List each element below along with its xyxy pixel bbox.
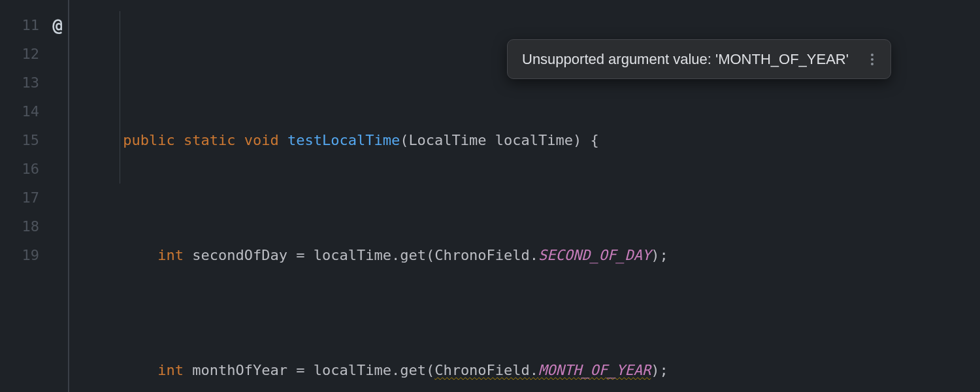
line-number[interactable]: 13: [0, 69, 68, 97]
override-icon[interactable]: @: [52, 11, 63, 40]
code-line-13[interactable]: int monthOfYear = localTime.get(ChronoFi…: [69, 356, 980, 385]
line-number[interactable]: 12: [0, 40, 68, 69]
line-number[interactable]: 16: [0, 155, 68, 184]
code-area[interactable]: public static void testLocalTime(LocalTi…: [69, 0, 980, 392]
indent-guide: [120, 11, 120, 184]
code-editor: 11 @ 12 13 14 15 16 17 18 19 public stat…: [0, 0, 980, 392]
line-number[interactable]: 11 @: [0, 11, 68, 40]
line-number[interactable]: 14: [0, 97, 68, 126]
code-line-12[interactable]: int secondOfDay = localTime.get(ChronoFi…: [69, 241, 980, 270]
more-actions-icon[interactable]: [868, 54, 876, 65]
line-number[interactable]: 17: [0, 184, 68, 212]
code-line-11[interactable]: public static void testLocalTime(LocalTi…: [69, 126, 980, 155]
line-number[interactable]: 19: [0, 241, 68, 270]
line-number[interactable]: 18: [0, 212, 68, 241]
inspection-tooltip[interactable]: Unsupported argument value: 'MONTH_OF_YE…: [507, 39, 891, 79]
gutter: 11 @ 12 13 14 15 16 17 18 19: [0, 0, 69, 392]
warning-span[interactable]: ChronoField.MONTH_OF_YEAR: [434, 362, 651, 378]
tooltip-message: Unsupported argument value: 'MONTH_OF_YE…: [522, 48, 849, 71]
line-number[interactable]: 15: [0, 126, 68, 155]
